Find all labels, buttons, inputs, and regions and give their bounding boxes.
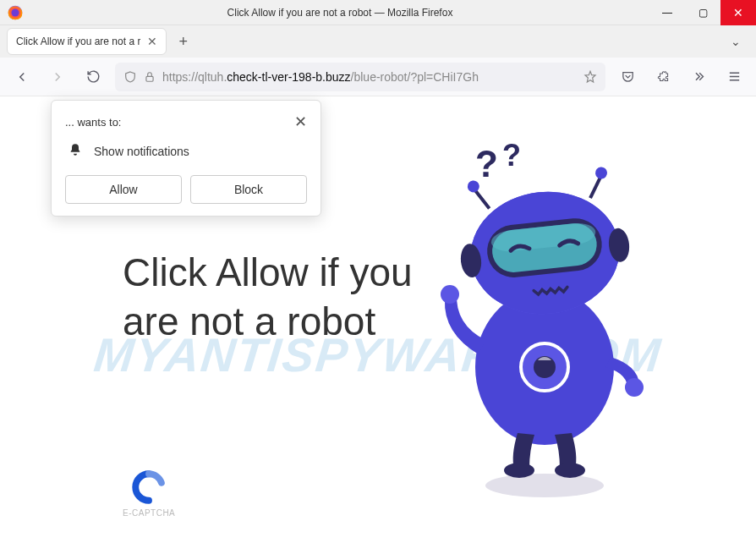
hamburger-icon: [727, 69, 742, 84]
nav-toolbar: https://qltuh.check-tl-ver-198-b.buzz/bl…: [0, 58, 756, 96]
puzzle-icon: [656, 69, 671, 84]
block-button[interactable]: Block: [190, 175, 307, 204]
window-controls: — ▢ ✕: [649, 0, 756, 25]
reload-icon: [86, 69, 101, 84]
more-tools-button[interactable]: [685, 63, 712, 90]
forward-button[interactable]: [44, 63, 71, 90]
chevrons-right-icon: [692, 69, 706, 84]
permission-close-icon[interactable]: ✕: [294, 112, 307, 131]
maximize-button[interactable]: ▢: [685, 0, 720, 25]
page-headline: Click Allow if you are not a robot: [123, 249, 427, 346]
url-text: https://qltuh.check-tl-ver-198-b.buzz/bl…: [162, 70, 577, 84]
pocket-icon: [621, 69, 635, 84]
permission-buttons: Allow Block: [65, 175, 307, 204]
captcha-badge: E-CAPTCHA: [123, 469, 175, 518]
permission-origin-text: ... wants to:: [65, 116, 121, 129]
svg-point-3: [485, 474, 604, 497]
svg-text:?: ?: [502, 138, 521, 173]
allow-button[interactable]: Allow: [65, 175, 182, 204]
minimize-button[interactable]: —: [649, 0, 685, 25]
page-content: MYANTISPYWARE.COM Click Allow if you are…: [0, 96, 756, 543]
window-title: Click Allow if you are not a robot — Moz…: [30, 7, 649, 19]
tab-label: Click Allow if you are not a r: [16, 36, 140, 47]
svg-rect-2: [146, 76, 153, 81]
svg-point-10: [625, 378, 644, 397]
bookmark-star-icon[interactable]: [583, 70, 597, 84]
svg-text:?: ?: [475, 143, 498, 184]
new-tab-button[interactable]: +: [178, 33, 188, 51]
firefox-icon: [7, 4, 24, 21]
arrow-right-icon: [50, 69, 65, 85]
captcha-c-icon: [131, 469, 167, 505]
permission-message: Show notifications: [94, 145, 189, 158]
permission-body: Show notifications: [68, 143, 307, 160]
bell-icon: [68, 143, 82, 160]
svg-line-17: [589, 177, 603, 198]
browser-tab[interactable]: Click Allow if you are not a r ✕: [7, 28, 167, 55]
close-button[interactable]: ✕: [720, 0, 756, 25]
window-title-bar: Click Allow if you are not a robot — Moz…: [0, 0, 756, 25]
svg-line-15: [474, 189, 489, 210]
svg-point-1: [11, 8, 19, 16]
reload-button[interactable]: [79, 63, 107, 90]
svg-point-18: [594, 167, 607, 179]
shield-icon[interactable]: [123, 70, 137, 84]
url-bar[interactable]: https://qltuh.check-tl-ver-198-b.buzz/bl…: [115, 63, 605, 91]
tabs-dropdown-icon[interactable]: ⌄: [731, 35, 741, 48]
captcha-label: E-CAPTCHA: [123, 508, 175, 518]
app-menu-button[interactable]: [720, 63, 748, 90]
svg-point-11: [504, 463, 534, 478]
robot-illustration: ? ?: [418, 130, 655, 502]
extensions-button[interactable]: [649, 63, 677, 90]
pocket-button[interactable]: [614, 63, 641, 90]
tab-bar: Click Allow if you are not a r ✕ + ⌄: [0, 25, 756, 58]
notification-permission-popup: ... wants to: ✕ Show notifications Allow…: [51, 100, 321, 217]
arrow-left-icon: [14, 69, 30, 85]
tab-close-icon[interactable]: ✕: [147, 35, 157, 48]
svg-point-12: [555, 463, 585, 478]
permission-header: ... wants to: ✕: [65, 112, 307, 131]
lock-icon[interactable]: [144, 71, 156, 83]
back-button[interactable]: [8, 63, 36, 90]
svg-point-9: [441, 285, 459, 304]
